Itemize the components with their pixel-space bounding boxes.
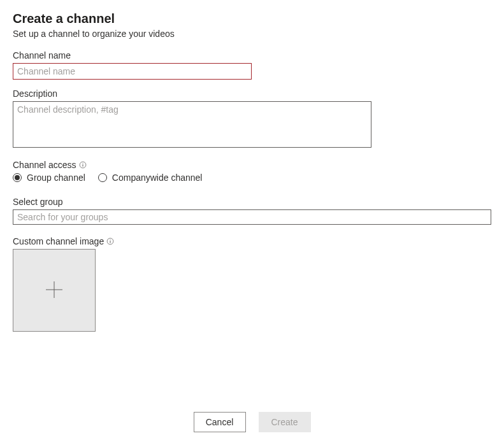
- svg-rect-5: [110, 241, 111, 243]
- radio-companywide-channel[interactable]: Companywide channel: [98, 173, 203, 183]
- custom-image-label-text: Custom channel image: [13, 236, 104, 246]
- radio-group-channel[interactable]: Group channel: [13, 173, 85, 183]
- cancel-button[interactable]: Cancel: [194, 412, 246, 432]
- page-title: Create a channel: [13, 11, 491, 26]
- channel-access-label: Channel access: [13, 160, 491, 170]
- radio-circle-companywide: [98, 173, 107, 182]
- info-icon[interactable]: [106, 237, 114, 245]
- svg-point-4: [110, 239, 111, 240]
- description-label: Description: [13, 88, 491, 99]
- channel-access-radio-group: Group channel Companywide channel: [13, 173, 491, 183]
- svg-rect-2: [82, 164, 83, 166]
- page-subtitle: Set up a channel to organize your videos: [13, 29, 491, 39]
- channel-access-label-text: Channel access: [13, 160, 76, 170]
- radio-circle-group: [13, 173, 22, 182]
- select-group-label: Select group: [13, 197, 491, 207]
- custom-image-upload[interactable]: [13, 249, 96, 332]
- radio-label-companywide: Companywide channel: [112, 173, 203, 183]
- select-group-input[interactable]: [13, 209, 491, 225]
- svg-point-1: [82, 163, 83, 164]
- channel-name-label: Channel name: [13, 50, 491, 60]
- button-row: Cancel Create: [0, 412, 504, 432]
- channel-name-input[interactable]: [13, 63, 252, 80]
- custom-image-label: Custom channel image: [13, 236, 491, 246]
- description-input[interactable]: [13, 101, 371, 148]
- plus-icon: [45, 280, 64, 301]
- radio-label-group: Group channel: [27, 173, 85, 183]
- info-icon[interactable]: [79, 161, 87, 169]
- create-button[interactable]: Create: [259, 412, 311, 432]
